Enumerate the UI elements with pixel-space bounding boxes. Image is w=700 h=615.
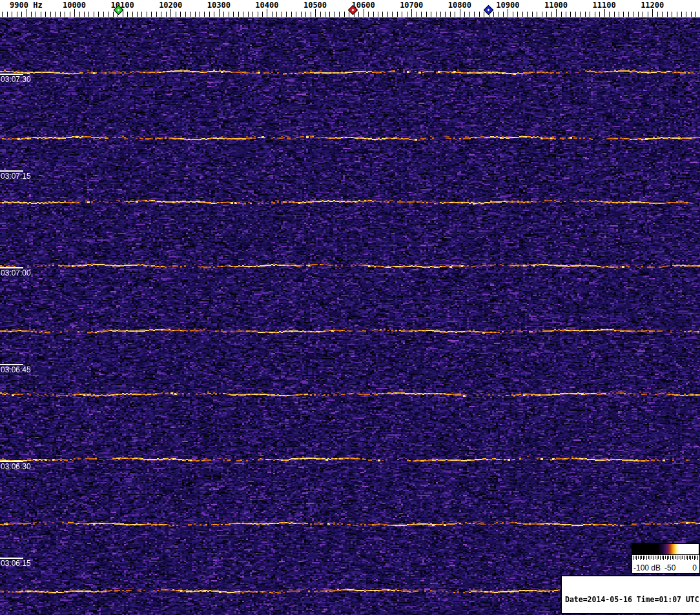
colorbar-tick bbox=[646, 556, 647, 560]
marker-center-dot bbox=[117, 8, 119, 11]
freq-minor-tick bbox=[88, 12, 89, 17]
freq-minor-tick bbox=[484, 12, 484, 17]
freq-minor-tick bbox=[469, 12, 470, 17]
freq-major-tick bbox=[508, 9, 508, 17]
freq-minor-tick bbox=[440, 12, 441, 17]
colorbar-label-max: 0 bbox=[692, 563, 697, 572]
freq-minor-tick bbox=[98, 12, 99, 17]
colorbar-tick bbox=[643, 556, 644, 560]
freq-minor-tick bbox=[325, 12, 325, 17]
marker-blue-diamond[interactable] bbox=[484, 5, 494, 15]
colorbar-tick bbox=[675, 556, 676, 559]
freq-minor-tick bbox=[103, 12, 104, 17]
freq-minor-tick bbox=[223, 12, 224, 17]
freq-minor-tick bbox=[633, 12, 633, 17]
colorbar-tick bbox=[657, 556, 657, 560]
freq-minor-tick bbox=[628, 12, 629, 17]
freq-minor-tick bbox=[542, 12, 542, 17]
freq-minor-tick bbox=[229, 12, 229, 17]
freq-minor-tick bbox=[248, 12, 249, 17]
freq-major-tick bbox=[170, 9, 171, 17]
freq-tick-label: 10500 bbox=[304, 1, 327, 10]
freq-tick-label: 10300 bbox=[207, 1, 231, 10]
freq-minor-tick bbox=[185, 12, 186, 17]
colorbar-tick bbox=[681, 556, 681, 560]
time-label: 03:07:15 bbox=[1, 172, 31, 181]
freq-minor-tick bbox=[566, 12, 566, 17]
freq-minor-tick bbox=[200, 12, 200, 17]
freq-minor-tick bbox=[7, 12, 8, 17]
freq-major-tick bbox=[74, 9, 75, 17]
freq-minor-tick bbox=[339, 12, 340, 17]
colorbar-tick bbox=[665, 556, 666, 559]
freq-minor-tick bbox=[60, 12, 61, 17]
freq-minor-tick bbox=[623, 12, 624, 17]
freq-minor-tick bbox=[657, 12, 658, 17]
colorbar-tick bbox=[674, 556, 674, 560]
freq-minor-tick bbox=[609, 12, 610, 17]
freq-minor-tick bbox=[368, 12, 369, 17]
freq-minor-tick bbox=[204, 12, 205, 17]
intensity-colorbar: -100 dB -50 0 bbox=[632, 543, 700, 574]
freq-minor-tick bbox=[320, 12, 321, 17]
freq-minor-tick bbox=[585, 12, 586, 17]
colorbar-tick bbox=[652, 556, 652, 559]
freq-minor-tick bbox=[426, 12, 427, 17]
freq-minor-tick bbox=[638, 12, 639, 17]
colorbar-tick bbox=[682, 556, 683, 559]
freq-minor-tick bbox=[108, 12, 108, 17]
freq-minor-tick bbox=[436, 12, 437, 17]
freq-minor-tick bbox=[537, 12, 537, 17]
colorbar-tick bbox=[672, 556, 673, 559]
freq-major-tick bbox=[315, 9, 316, 17]
freq-minor-tick bbox=[2, 12, 3, 17]
freq-minor-tick bbox=[305, 12, 306, 17]
freq-minor-tick bbox=[392, 12, 393, 17]
freq-minor-tick bbox=[387, 12, 388, 17]
colorbar-tick bbox=[689, 556, 690, 559]
colorbar-tick bbox=[695, 556, 696, 559]
freq-minor-tick bbox=[421, 12, 422, 17]
colorbar-gradient bbox=[632, 543, 699, 555]
freq-minor-tick bbox=[21, 12, 22, 17]
freq-major-tick bbox=[26, 9, 26, 17]
freq-minor-tick bbox=[238, 12, 239, 17]
time-label: 03:06:45 bbox=[1, 365, 31, 374]
freq-minor-tick bbox=[329, 12, 330, 17]
freq-minor-tick bbox=[417, 12, 417, 17]
freq-minor-tick bbox=[667, 12, 668, 17]
freq-minor-tick bbox=[70, 12, 70, 17]
freq-tick-label: 9900 Hz bbox=[10, 1, 43, 10]
freq-minor-tick bbox=[65, 12, 65, 17]
freq-minor-tick bbox=[141, 12, 142, 17]
freq-tick-label: 10400 bbox=[255, 1, 278, 10]
freq-minor-tick bbox=[214, 12, 214, 17]
freq-minor-tick bbox=[546, 12, 547, 17]
colorbar-tick bbox=[668, 556, 669, 559]
freq-minor-tick bbox=[551, 12, 552, 17]
freq-minor-tick bbox=[31, 12, 32, 17]
freq-minor-tick bbox=[45, 12, 46, 17]
freq-minor-tick bbox=[691, 12, 692, 17]
colorbar-tick bbox=[690, 556, 691, 560]
freq-major-tick bbox=[604, 9, 605, 17]
freq-minor-tick bbox=[36, 12, 36, 17]
freq-minor-tick bbox=[445, 12, 446, 17]
colorbar-tick bbox=[654, 556, 654, 560]
spectrogram-app: 9900 Hz100001010010200103001040010500106… bbox=[0, 0, 700, 615]
freq-major-tick bbox=[460, 9, 460, 17]
colorbar-tick bbox=[633, 556, 633, 560]
freq-minor-tick bbox=[243, 12, 243, 17]
freq-minor-tick bbox=[648, 12, 648, 17]
colorbar-tick bbox=[641, 556, 642, 559]
freq-minor-tick bbox=[55, 12, 56, 17]
freq-tick-label: 11200 bbox=[641, 1, 664, 10]
colorbar-tick bbox=[663, 556, 664, 560]
freq-minor-tick bbox=[94, 12, 94, 17]
freq-minor-tick bbox=[166, 12, 167, 17]
freq-minor-tick bbox=[335, 12, 335, 17]
freq-major-tick bbox=[219, 9, 220, 17]
freq-minor-tick bbox=[132, 12, 133, 17]
freq-minor-tick bbox=[344, 12, 345, 17]
colorbar-tick bbox=[648, 556, 649, 559]
